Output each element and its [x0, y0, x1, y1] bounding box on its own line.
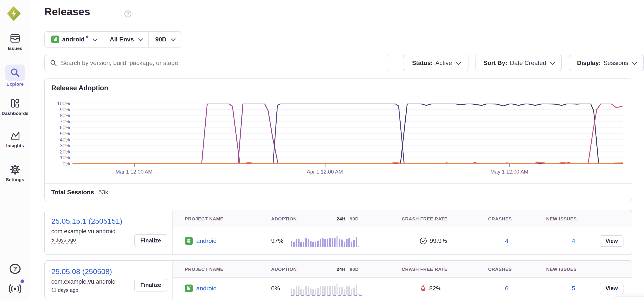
view-button[interactable]: View	[600, 235, 624, 247]
sparkline-bar	[324, 239, 326, 247]
sparkline-bar	[324, 286, 326, 295]
col-90d[interactable]: 90D	[350, 210, 359, 227]
new-issues-link[interactable]: 5	[555, 285, 592, 292]
releases-help-icon[interactable]: ?	[124, 10, 132, 17]
sparkline-bar	[344, 242, 345, 247]
status-value: Active	[435, 59, 452, 66]
svg-text:?: ?	[13, 265, 17, 272]
total-sessions-value: 53k	[98, 189, 108, 196]
status-dropdown[interactable]: Status: Active	[403, 55, 468, 71]
x-tick-mark	[134, 164, 135, 167]
sidebar-item-dashboards[interactable]: Dashboards	[0, 97, 30, 116]
sparkline-bar	[353, 287, 355, 295]
sidebar-item-settings[interactable]: Settings	[0, 163, 30, 182]
sparkline-bar	[327, 286, 328, 295]
release-version-link[interactable]: 25.05.08 (250508)	[51, 267, 112, 276]
col-24h[interactable]: 24H	[337, 261, 346, 278]
display-label: Display:	[577, 59, 601, 66]
crashes-link[interactable]: 4	[488, 237, 525, 244]
sparkline-bar	[296, 286, 297, 295]
adoption-line-chart[interactable]	[72, 104, 622, 164]
sparkline-bar	[353, 240, 355, 247]
sparkline-bar	[298, 286, 300, 295]
project-link[interactable]: android	[196, 285, 216, 292]
release-card: 25.05.15.1 (2505151) com.example.vu.andr…	[44, 210, 632, 255]
y-tick-label: 90%	[60, 107, 70, 113]
new-issues-cell: 5	[555, 278, 592, 299]
sparkline-bar	[315, 242, 316, 247]
sidebar-item-explore[interactable]: Explore	[0, 65, 30, 87]
release-package: com.example.vu.android	[51, 228, 172, 235]
sparkline-bar	[348, 238, 350, 247]
y-tick-label: 20%	[60, 149, 70, 154]
sparkline-bar	[317, 241, 319, 247]
search-input[interactable]	[61, 59, 384, 66]
sidebar-item-label: Issues	[0, 46, 30, 51]
sidebar-item-issues[interactable]: Issues	[0, 32, 30, 51]
sort-by-label: Sort By:	[484, 59, 507, 66]
table-header-row: PROJECT NAME ADOPTION 24H 90D CRASH FREE…	[173, 261, 632, 278]
sparkline-bar	[293, 242, 295, 247]
release-meta: 25.05.15.1 (2505151) com.example.vu.andr…	[45, 210, 173, 254]
adoption-value: 0%	[271, 285, 280, 292]
sparkline-bar	[334, 238, 336, 247]
sparkline-bar	[291, 289, 292, 295]
sparkline-bar	[336, 284, 338, 295]
project-cell: android	[185, 278, 216, 299]
y-tick-label: 0%	[63, 161, 70, 167]
project-filter-dropdown[interactable]: android	[45, 32, 103, 47]
chevron-down-icon	[456, 60, 461, 65]
view-cell: View	[600, 227, 624, 254]
sparkline-bar	[320, 286, 321, 295]
sparkline-bar	[346, 239, 348, 247]
sparkline-bar	[329, 286, 331, 295]
view-cell: View	[600, 278, 624, 299]
release-version-link[interactable]: 25.05.15.1 (2505151)	[51, 217, 122, 225]
project-link[interactable]: android	[196, 237, 216, 244]
y-tick-label: 100%	[57, 101, 70, 107]
crash-free-rate-cell: 82%	[420, 278, 442, 299]
col-24h[interactable]: 24H	[337, 210, 346, 227]
sparkline-bar	[296, 239, 297, 247]
sparkline-bar	[356, 285, 357, 295]
view-button[interactable]: View	[600, 283, 624, 294]
sessions-sparkline-cell[interactable]	[291, 278, 360, 299]
sparkline-bar	[293, 289, 295, 295]
period-filter-dropdown[interactable]: 90D	[148, 32, 181, 47]
search-explore-icon	[5, 65, 25, 81]
main-content: Releases ? android All Envs	[30, 0, 644, 300]
sessions-sparkline	[291, 282, 360, 295]
environment-filter-label: All Envs	[110, 36, 134, 43]
help-button[interactable]: ?	[0, 263, 30, 276]
sparkline-bar	[329, 238, 331, 247]
display-dropdown[interactable]: Display: Sessions	[569, 55, 644, 71]
sidebar-item-label: Insights	[0, 143, 30, 148]
dashboards-icon	[5, 97, 25, 110]
crashes-link[interactable]: 6	[488, 285, 525, 292]
sparkline-bar	[351, 289, 352, 295]
sidebar-item-insights[interactable]: Insights	[0, 130, 30, 148]
project-cell: android	[185, 227, 216, 254]
release-search[interactable]	[44, 55, 389, 71]
sparkline-bar	[303, 290, 304, 295]
sessions-sparkline-cell[interactable]	[291, 227, 360, 254]
display-value: Sessions	[604, 59, 628, 66]
environment-filter-dropdown[interactable]: All Envs	[103, 32, 148, 47]
finalize-button[interactable]: Finalize	[134, 279, 167, 292]
col-90d[interactable]: 90D	[350, 261, 359, 278]
sentry-logo-icon[interactable]	[6, 6, 21, 21]
x-tick-label: May 1 12:00 AM	[490, 169, 528, 175]
sparkline-bar	[322, 286, 324, 295]
search-icon	[50, 59, 57, 66]
check-circle-icon	[420, 237, 427, 245]
sort-by-dropdown[interactable]: Sort By: Date Created	[476, 55, 562, 71]
sparkline-bar	[305, 286, 307, 295]
floating-widget-cutoff[interactable]	[613, 296, 644, 300]
new-issues-link[interactable]: 4	[555, 237, 592, 244]
finalize-button[interactable]: Finalize	[134, 234, 167, 247]
sparkline-bar	[303, 242, 304, 247]
chevron-down-icon	[138, 36, 143, 41]
sidebar-divider	[4, 156, 25, 156]
project-dot	[86, 35, 88, 38]
broadcast-button[interactable]	[0, 282, 30, 295]
